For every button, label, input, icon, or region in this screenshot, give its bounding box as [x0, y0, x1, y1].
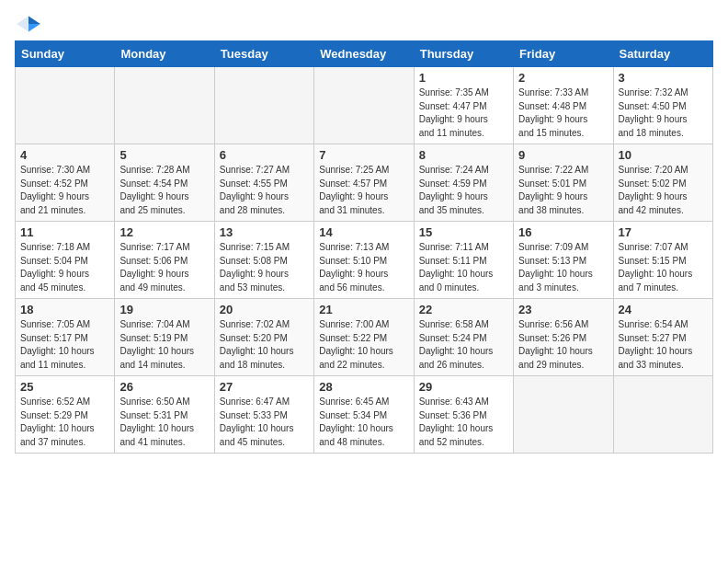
calendar-cell: [115, 67, 214, 144]
day-number: 29: [419, 380, 508, 394]
day-number: 5: [119, 148, 209, 162]
cell-content: Sunrise: 6:47 AM Sunset: 5:33 PM Dayligh…: [220, 396, 309, 449]
cell-content: Sunrise: 7:18 AM Sunset: 5:04 PM Dayligh…: [20, 241, 109, 294]
day-number: 14: [319, 225, 408, 239]
calendar-table: SundayMondayTuesdayWednesdayThursdayFrid…: [15, 40, 713, 454]
cell-content: Sunrise: 6:45 AM Sunset: 5:34 PM Dayligh…: [319, 396, 408, 449]
day-number: 27: [220, 380, 309, 394]
cell-content: Sunrise: 7:30 AM Sunset: 4:52 PM Dayligh…: [20, 164, 109, 217]
calendar-cell: 16Sunrise: 7:09 AM Sunset: 5:13 PM Dayli…: [514, 222, 613, 299]
day-number: 28: [319, 380, 408, 394]
calendar-week-row: 25Sunrise: 6:52 AM Sunset: 5:29 PM Dayli…: [16, 376, 713, 454]
cell-content: Sunrise: 7:35 AM Sunset: 4:47 PM Dayligh…: [419, 86, 508, 140]
calendar-week-row: 4Sunrise: 7:30 AM Sunset: 4:52 PM Daylig…: [16, 144, 713, 222]
calendar-cell: [314, 67, 414, 144]
calendar-cell: 2Sunrise: 7:33 AM Sunset: 4:48 PM Daylig…: [514, 67, 613, 144]
day-number: 19: [119, 303, 209, 316]
cell-content: Sunrise: 6:58 AM Sunset: 5:24 PM Dayligh…: [419, 318, 508, 372]
day-number: 21: [319, 303, 408, 316]
cell-content: Sunrise: 7:11 AM Sunset: 5:11 PM Dayligh…: [419, 241, 508, 294]
day-number: 9: [518, 148, 608, 162]
calendar-cell: 17Sunrise: 7:07 AM Sunset: 5:15 PM Dayli…: [613, 222, 712, 299]
calendar-cell: 24Sunrise: 6:54 AM Sunset: 5:27 PM Dayli…: [613, 299, 712, 376]
weekday-header-saturday: Saturday: [613, 41, 712, 67]
day-number: 4: [20, 148, 109, 162]
day-number: 7: [319, 148, 408, 162]
day-number: 22: [419, 303, 508, 316]
weekday-header-tuesday: Tuesday: [214, 41, 313, 67]
calendar-cell: 7Sunrise: 7:25 AM Sunset: 4:57 PM Daylig…: [314, 144, 414, 222]
calendar-cell: [16, 67, 115, 144]
calendar-cell: 9Sunrise: 7:22 AM Sunset: 5:01 PM Daylig…: [514, 144, 613, 222]
cell-content: Sunrise: 7:17 AM Sunset: 5:06 PM Dayligh…: [119, 241, 209, 294]
calendar-cell: 13Sunrise: 7:15 AM Sunset: 5:08 PM Dayli…: [214, 222, 313, 299]
cell-content: Sunrise: 7:20 AM Sunset: 5:02 PM Dayligh…: [619, 164, 708, 217]
cell-content: Sunrise: 7:25 AM Sunset: 4:57 PM Dayligh…: [319, 164, 408, 217]
cell-content: Sunrise: 6:52 AM Sunset: 5:29 PM Dayligh…: [20, 396, 109, 449]
calendar-week-row: 18Sunrise: 7:05 AM Sunset: 5:17 PM Dayli…: [16, 299, 713, 376]
calendar-cell: 10Sunrise: 7:20 AM Sunset: 5:02 PM Dayli…: [613, 144, 712, 222]
cell-content: Sunrise: 7:04 AM Sunset: 5:19 PM Dayligh…: [119, 318, 209, 372]
calendar-cell: 8Sunrise: 7:24 AM Sunset: 4:59 PM Daylig…: [414, 144, 513, 222]
day-number: 17: [619, 225, 708, 239]
calendar-cell: 29Sunrise: 6:43 AM Sunset: 5:36 PM Dayli…: [414, 376, 513, 454]
cell-content: Sunrise: 7:00 AM Sunset: 5:22 PM Dayligh…: [319, 318, 408, 372]
calendar-cell: 15Sunrise: 7:11 AM Sunset: 5:11 PM Dayli…: [414, 222, 513, 299]
weekday-header-thursday: Thursday: [414, 41, 513, 67]
weekday-header-wednesday: Wednesday: [314, 41, 414, 67]
day-number: 11: [20, 225, 109, 239]
day-number: 15: [419, 225, 508, 239]
svg-marker-1: [28, 16, 40, 24]
calendar-cell: 12Sunrise: 7:17 AM Sunset: 5:06 PM Dayli…: [115, 222, 214, 299]
cell-content: Sunrise: 6:56 AM Sunset: 5:26 PM Dayligh…: [518, 318, 608, 372]
day-number: 12: [119, 225, 209, 239]
weekday-header-friday: Friday: [514, 41, 613, 67]
calendar-cell: 26Sunrise: 6:50 AM Sunset: 5:31 PM Dayli…: [115, 376, 214, 454]
cell-content: Sunrise: 7:13 AM Sunset: 5:10 PM Dayligh…: [319, 241, 408, 294]
cell-content: Sunrise: 6:54 AM Sunset: 5:27 PM Dayligh…: [619, 318, 708, 372]
calendar-week-row: 1Sunrise: 7:35 AM Sunset: 4:47 PM Daylig…: [16, 67, 713, 144]
cell-content: Sunrise: 7:05 AM Sunset: 5:17 PM Dayligh…: [20, 318, 109, 372]
weekday-header-sunday: Sunday: [16, 41, 115, 67]
calendar-cell: 4Sunrise: 7:30 AM Sunset: 4:52 PM Daylig…: [16, 144, 115, 222]
calendar-cell: 5Sunrise: 7:28 AM Sunset: 4:54 PM Daylig…: [115, 144, 214, 222]
calendar-cell: [514, 376, 613, 454]
cell-content: Sunrise: 6:50 AM Sunset: 5:31 PM Dayligh…: [119, 396, 209, 449]
svg-marker-2: [28, 24, 40, 32]
day-number: 24: [619, 303, 708, 316]
day-number: 25: [20, 380, 109, 394]
cell-content: Sunrise: 7:28 AM Sunset: 4:54 PM Dayligh…: [119, 164, 209, 217]
day-number: 6: [220, 148, 309, 162]
cell-content: Sunrise: 7:09 AM Sunset: 5:13 PM Dayligh…: [518, 241, 608, 294]
calendar-cell: 6Sunrise: 7:27 AM Sunset: 4:55 PM Daylig…: [214, 144, 313, 222]
cell-content: Sunrise: 7:22 AM Sunset: 5:01 PM Dayligh…: [518, 164, 608, 217]
calendar-cell: 11Sunrise: 7:18 AM Sunset: 5:04 PM Dayli…: [16, 222, 115, 299]
weekday-header-monday: Monday: [115, 41, 214, 67]
calendar-cell: 22Sunrise: 6:58 AM Sunset: 5:24 PM Dayli…: [414, 299, 513, 376]
calendar-cell: 19Sunrise: 7:04 AM Sunset: 5:19 PM Dayli…: [115, 299, 214, 376]
cell-content: Sunrise: 7:15 AM Sunset: 5:08 PM Dayligh…: [220, 241, 309, 294]
cell-content: Sunrise: 7:24 AM Sunset: 4:59 PM Dayligh…: [419, 164, 508, 217]
calendar-cell: 28Sunrise: 6:45 AM Sunset: 5:34 PM Dayli…: [314, 376, 414, 454]
calendar-cell: 25Sunrise: 6:52 AM Sunset: 5:29 PM Dayli…: [16, 376, 115, 454]
day-number: 13: [220, 225, 309, 239]
calendar-cell: 14Sunrise: 7:13 AM Sunset: 5:10 PM Dayli…: [314, 222, 414, 299]
cell-content: Sunrise: 7:07 AM Sunset: 5:15 PM Dayligh…: [619, 241, 708, 294]
logo: [15, 15, 46, 33]
day-number: 2: [518, 71, 608, 85]
day-number: 8: [419, 148, 508, 162]
calendar-cell: 21Sunrise: 7:00 AM Sunset: 5:22 PM Dayli…: [314, 299, 414, 376]
day-number: 23: [518, 303, 608, 316]
calendar-cell: [214, 67, 313, 144]
cell-content: Sunrise: 7:33 AM Sunset: 4:48 PM Dayligh…: [518, 86, 608, 140]
calendar-cell: 1Sunrise: 7:35 AM Sunset: 4:47 PM Daylig…: [414, 67, 513, 144]
cell-content: Sunrise: 7:32 AM Sunset: 4:50 PM Dayligh…: [619, 86, 708, 140]
calendar-cell: 3Sunrise: 7:32 AM Sunset: 4:50 PM Daylig…: [613, 67, 712, 144]
calendar-cell: 20Sunrise: 7:02 AM Sunset: 5:20 PM Dayli…: [214, 299, 313, 376]
calendar-cell: 27Sunrise: 6:47 AM Sunset: 5:33 PM Dayli…: [214, 376, 313, 454]
calendar-cell: [613, 376, 712, 454]
day-number: 10: [619, 148, 708, 162]
calendar-cell: 18Sunrise: 7:05 AM Sunset: 5:17 PM Dayli…: [16, 299, 115, 376]
day-number: 18: [20, 303, 109, 316]
cell-content: Sunrise: 6:43 AM Sunset: 5:36 PM Dayligh…: [419, 396, 508, 449]
